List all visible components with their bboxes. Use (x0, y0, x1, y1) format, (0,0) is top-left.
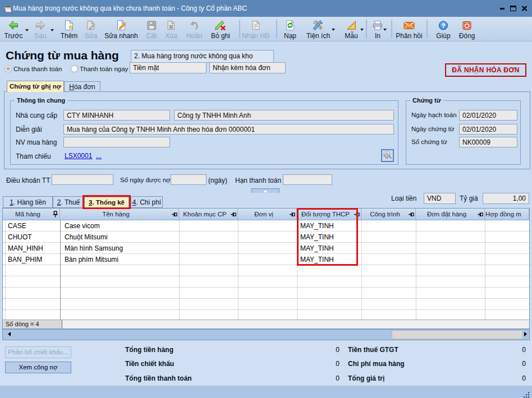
svg-text:?: ? (441, 22, 445, 29)
